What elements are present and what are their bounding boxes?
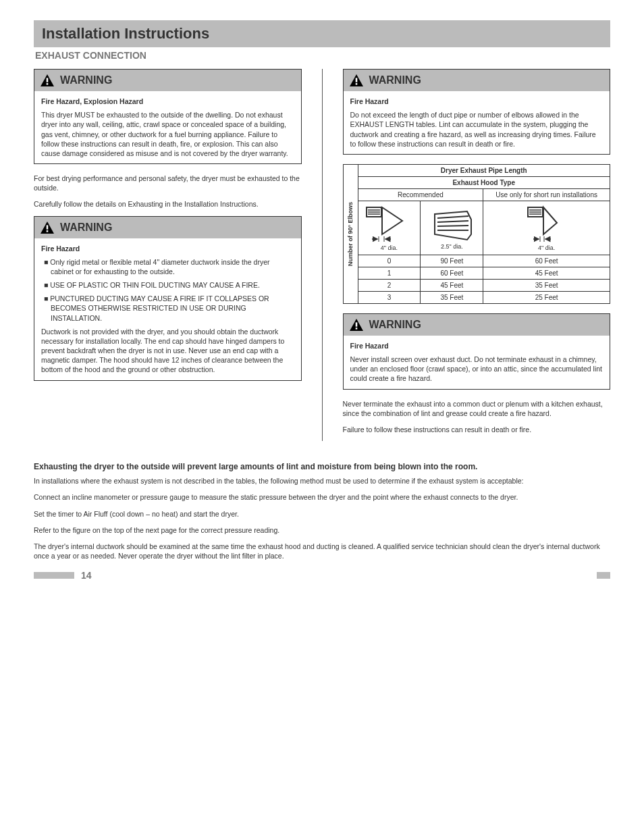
svg-line-14: [437, 216, 468, 218]
warning-box-4: WARNING Fire Hazard Never install screen…: [343, 313, 611, 390]
table-row: 2 45 Feet 35 Feet: [343, 279, 610, 291]
paragraph: For best drying performance and personal…: [34, 174, 302, 192]
page-number: 14: [81, 570, 92, 581]
right-column: WARNING Fire Hazard Do not exceed the le…: [343, 69, 611, 441]
page-footer: 14: [34, 570, 610, 581]
page-title-bar: Installation Instructions: [34, 20, 610, 47]
paragraph: The dryer's internal ductwork should be …: [34, 542, 610, 561]
table-subheader: Use only for short run installations: [483, 188, 610, 201]
table-subheader: Recommended: [358, 188, 483, 201]
paragraph: Failure to follow these instructions can…: [343, 425, 611, 434]
warning-triangle-icon: [349, 318, 364, 332]
svg-rect-27: [355, 328, 357, 330]
bottom-heading: Exhausting the dryer to the outside will…: [34, 461, 610, 472]
page-title: Installation Instructions: [42, 25, 209, 43]
exhaust-length-table: Number of 90° Elbows Dryer Exhaust Pipe …: [343, 164, 611, 304]
hood-diagram-cell: 2.5" dia.: [421, 201, 483, 255]
paragraph: Connect an incline manometer or pressure…: [34, 492, 610, 502]
table-row: 3 35 Feet 25 Feet: [343, 291, 610, 303]
warning-header: WARNING: [344, 70, 610, 91]
svg-line-16: [437, 226, 468, 226]
warning-box-2: WARNING Fire Hazard Only rigid metal or …: [34, 216, 302, 381]
warning-body: Fire Hazard Never install screen over ex…: [344, 336, 610, 389]
svg-rect-3: [47, 230, 49, 232]
warning-body: Fire Hazard, Explosion Hazard This dryer…: [34, 91, 301, 163]
column-divider: [322, 69, 323, 441]
svg-rect-1: [47, 83, 49, 85]
hood-b-icon: [527, 204, 567, 244]
table-header: Dryer Exhaust Pipe Length: [358, 164, 610, 176]
svg-rect-26: [355, 322, 357, 326]
paragraph: Set the timer to Air Fluff (cool down – …: [34, 509, 610, 519]
warning-header: WARNING: [344, 314, 610, 336]
table-row: 1 60 Feet 45 Feet: [343, 267, 610, 279]
svg-rect-4: [355, 78, 357, 82]
svg-rect-0: [47, 78, 49, 82]
warning-label: WARNING: [369, 74, 421, 86]
paragraph: In installations where the exhaust syste…: [34, 476, 610, 486]
warning-header: WARNING: [34, 70, 301, 91]
warning-label: WARNING: [60, 221, 112, 234]
section-subheader: EXHAUST CONNECTION: [34, 50, 610, 61]
warning-triangle-icon: [40, 74, 55, 87]
hood-diagram-cell: 4" dia.: [483, 201, 610, 255]
table-row: 0 90 Feet 60 Feet: [343, 255, 610, 267]
left-column: WARNING Fire Hazard, Explosion Hazard Th…: [34, 69, 302, 441]
warning-body: Fire Hazard Only rigid metal or flexible…: [34, 238, 301, 380]
paragraph: Carefully follow the details on Exhausti…: [34, 199, 302, 209]
paragraph: Refer to the figure on the top of the ne…: [34, 525, 610, 535]
hood-louvered-icon: [428, 206, 475, 243]
svg-rect-2: [47, 225, 49, 229]
warning-triangle-icon: [349, 74, 364, 87]
footer-bar-left: [34, 572, 74, 579]
paragraph: Never terminate the exhaust into a commo…: [343, 399, 611, 418]
table-header: Exhaust Hood Type: [358, 176, 610, 188]
svg-line-15: [437, 221, 468, 222]
warning-label: WARNING: [60, 74, 112, 86]
warning-box-3: WARNING Fire Hazard Do not exceed the le…: [343, 69, 611, 155]
warning-body: Fire Hazard Do not exceed the length of …: [344, 91, 610, 154]
warning-box-1: WARNING Fire Hazard, Explosion Hazard Th…: [34, 69, 302, 164]
table-row-header: Number of 90° Elbows: [343, 164, 358, 303]
footer-bar-right: [597, 572, 610, 579]
svg-rect-5: [355, 83, 357, 85]
hood-a-icon: [365, 204, 412, 244]
warning-triangle-icon: [40, 221, 55, 234]
bottom-section: Exhausting the dryer to the outside will…: [34, 461, 610, 561]
warning-label: WARNING: [369, 319, 421, 331]
hood-diagram-cell: 4" dia.: [358, 201, 421, 255]
warning-header: WARNING: [34, 217, 301, 238]
